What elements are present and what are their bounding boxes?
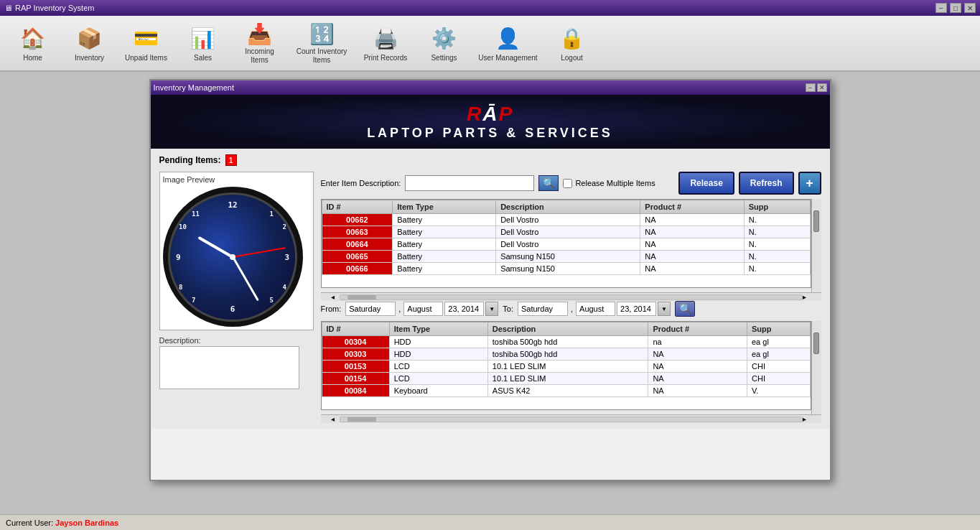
clock-center	[230, 254, 235, 260]
top-table-body: 00662 Battery Dell Vostro NA N. 00663 Ba…	[322, 214, 810, 275]
product-cell: NA	[640, 251, 744, 263]
table-row[interactable]: 00666 Battery Samsung N150 NA N.	[322, 263, 810, 275]
table-row[interactable]: 00304 HDD toshiba 500gb hdd na ea gl	[322, 336, 810, 348]
search-input[interactable]	[405, 175, 534, 191]
minute-hand	[232, 256, 259, 301]
to-date-input[interactable]	[617, 302, 656, 316]
description-cell: Dell Vostro	[496, 226, 640, 238]
id-cell: 00663	[322, 226, 393, 238]
main-area: Inventory Management − ✕ RĀP LAPTOP PART…	[0, 72, 980, 514]
to-day-input[interactable]	[518, 302, 568, 316]
to-date-field: , ▼	[518, 302, 671, 316]
supp-cell: ea gl	[747, 336, 811, 348]
toolbar-home[interactable]: 🏠 Home	[6, 19, 60, 68]
id-cell: 00664	[322, 238, 393, 251]
toolbar-print-records[interactable]: 🖨️ Print Records	[357, 19, 414, 68]
username-label: Jayson Bardinas	[55, 519, 118, 527]
maximize-button[interactable]: □	[950, 3, 961, 13]
search-button[interactable]: 🔍	[538, 175, 559, 191]
description-cell: 10.1 LED SLIM	[487, 373, 648, 385]
bottom-h-scroll-left[interactable]: ◂	[331, 415, 340, 423]
clock-7: 7	[192, 297, 195, 304]
date-search-button[interactable]: 🔍	[675, 301, 695, 317]
bottom-table: ID # Item Type Description Product # Sup…	[322, 322, 811, 397]
toolbar-unpaid-items[interactable]: 💳 Unpaid Items	[119, 19, 173, 68]
add-button[interactable]: +	[798, 172, 821, 195]
id-cell: 00666	[322, 263, 393, 275]
bottom-scrollbar-thumb	[813, 333, 819, 354]
banner-content: RĀP LAPTOP PARTS & SERVICES	[367, 103, 613, 141]
inner-close-button[interactable]: ✕	[817, 83, 827, 92]
from-date-input[interactable]	[444, 302, 484, 316]
status-label: Current User:	[6, 519, 53, 527]
table-row[interactable]: 00662 Battery Dell Vostro NA N.	[322, 214, 810, 226]
home-icon: 🏠	[19, 24, 47, 52]
id-cell: 00303	[322, 348, 389, 361]
to-date-dropdown[interactable]: ▼	[658, 302, 671, 316]
second-hand	[233, 246, 286, 257]
toolbar-count-inventory[interactable]: 🔢 Count Inventory Items	[289, 19, 354, 68]
toolbar-user-management[interactable]: 👤 User Management	[474, 19, 542, 68]
app-icon: 🖥	[4, 4, 12, 12]
release-button[interactable]: Release	[678, 172, 734, 195]
description-input[interactable]	[159, 346, 299, 389]
refresh-button[interactable]: Refresh	[739, 172, 794, 195]
supp-cell: N.	[744, 214, 810, 226]
product-cell: na	[648, 336, 747, 348]
table-row[interactable]: 00153 LCD 10.1 LED SLIM NA CHI	[322, 361, 810, 373]
product-cell: NA	[640, 238, 744, 251]
product-cell: NA	[640, 263, 744, 275]
toolbar-logout[interactable]: 🔒 Logout	[545, 19, 599, 68]
toolbar-inventory[interactable]: 📦 Inventory	[62, 19, 116, 68]
top-table-scrollbar[interactable]	[811, 199, 821, 292]
bottom-table-scrollbar[interactable]	[811, 321, 821, 414]
toolbar-unpaid-label: Unpaid Items	[125, 54, 167, 62]
banner-logo: RĀP	[367, 103, 613, 126]
description-cell: toshiba 500gb hdd	[487, 348, 648, 361]
toolbar-settings[interactable]: ⚙️ Settings	[417, 19, 471, 68]
release-multiple-checkbox[interactable]	[563, 179, 572, 188]
title-bar: 🖥 RAP Inventory System − □ ✕	[0, 0, 980, 16]
inner-content: Pending Items: 1 Image Preview 12 3	[151, 149, 830, 429]
bottom-table-body: 00304 HDD toshiba 500gb hdd na ea gl 003…	[322, 336, 810, 397]
close-button[interactable]: ✕	[964, 3, 976, 13]
pending-bar: Pending Items: 1	[159, 154, 821, 166]
search-area: Enter Item Description: 🔍 Release Multip…	[321, 172, 821, 195]
minimize-button[interactable]: −	[935, 3, 947, 13]
status-bar: Current User: Jayson Bardinas	[0, 514, 980, 530]
bcol-id: ID #	[322, 322, 389, 336]
table-row[interactable]: 00663 Battery Dell Vostro NA N.	[322, 226, 810, 238]
item-type-cell: HDD	[389, 336, 487, 348]
clock-face: 12 3 6 9 1 11 2 10 4 8	[168, 192, 297, 322]
from-date-field: , ▼	[345, 302, 498, 316]
bottom-h-scroll-right[interactable]: ▸	[803, 415, 811, 423]
top-h-scroll[interactable]: ◂ ▸	[321, 292, 821, 301]
description-cell: Samsung N150	[496, 251, 640, 263]
inner-minimize-button[interactable]: −	[806, 83, 816, 92]
col-id: ID #	[322, 200, 393, 214]
product-cell: NA	[648, 348, 747, 361]
toolbar-user-mgmt-label: User Management	[478, 54, 537, 62]
toolbar-incoming-items[interactable]: 📥 Incoming Items	[233, 19, 286, 68]
settings-icon: ⚙️	[430, 24, 459, 52]
table-row[interactable]: 00154 LCD 10.1 LED SLIM NA CHI	[322, 373, 810, 385]
toolbar-sales[interactable]: 📊 Sales	[176, 19, 230, 68]
to-month-input[interactable]	[576, 302, 615, 316]
table-row[interactable]: 00664 Battery Dell Vostro NA N.	[322, 238, 810, 251]
table-row[interactable]: 00303 HDD toshiba 500gb hdd NA ea gl	[322, 348, 810, 361]
user-mgmt-icon: 👤	[494, 24, 523, 52]
bottom-h-scroll-thumb	[347, 417, 376, 422]
clock-4: 4	[283, 284, 286, 291]
top-h-scroll-left[interactable]: ◂	[331, 293, 340, 301]
table-row[interactable]: 00084 Keyboard ASUS K42 NA V.	[322, 385, 810, 397]
from-date-dropdown[interactable]: ▼	[485, 302, 498, 316]
from-month-input[interactable]	[403, 302, 443, 316]
supp-cell: CHI	[747, 361, 811, 373]
bottom-h-scroll[interactable]: ◂ ▸	[321, 414, 821, 423]
top-h-scroll-right[interactable]: ▸	[803, 293, 811, 301]
description-cell: Dell Vostro	[496, 214, 640, 226]
description-cell: ASUS K42	[487, 385, 648, 397]
table-row[interactable]: 00665 Battery Samsung N150 NA N.	[322, 251, 810, 263]
id-cell: 00665	[322, 251, 393, 263]
from-day-input[interactable]	[345, 302, 396, 316]
